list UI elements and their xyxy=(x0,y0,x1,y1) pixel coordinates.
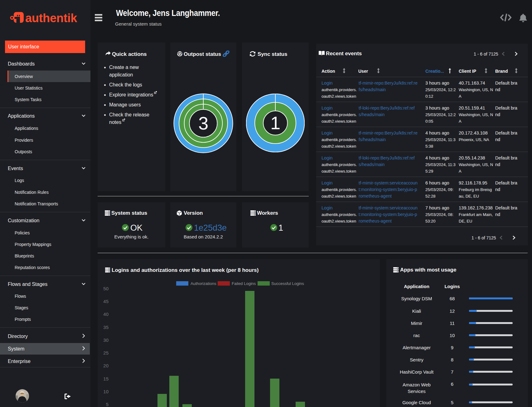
svg-text:authentik: authentik xyxy=(25,12,77,25)
svg-text:1: 1 xyxy=(270,113,280,133)
svg-text:3: 3 xyxy=(198,113,208,133)
